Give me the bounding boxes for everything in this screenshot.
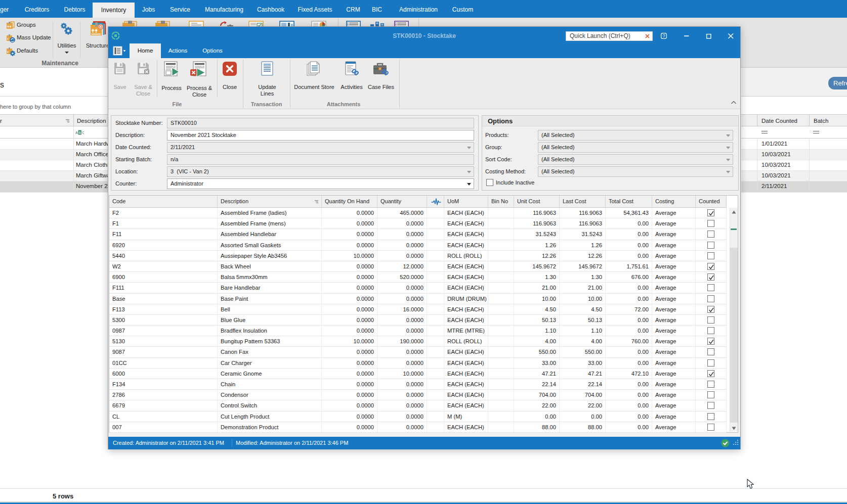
svg-text:A: A xyxy=(75,131,78,134)
svg-text:C: C xyxy=(82,131,84,134)
svg-text:B: B xyxy=(78,131,81,134)
svg-text:?: ? xyxy=(663,33,665,38)
